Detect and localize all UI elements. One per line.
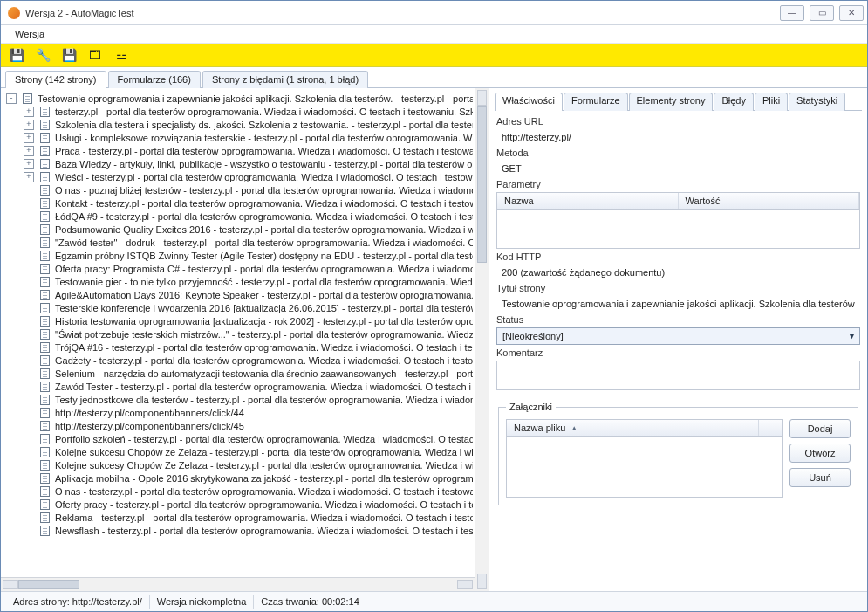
page-icon <box>38 264 51 274</box>
minimize-button[interactable]: — <box>780 5 804 21</box>
tree-row[interactable]: Oferta pracy: Programista C# - testerzy.… <box>6 262 473 275</box>
tree-row[interactable]: O nas - poznaj bliżej testerów - testerz… <box>6 183 473 196</box>
main-tab-strip: Strony (142 strony) Formularze (166) Str… <box>1 67 867 88</box>
tree-row[interactable]: Reklama - testerzy.pl - portal dla teste… <box>6 511 473 524</box>
tree-row[interactable]: +Praca - testerzy.pl - portal dla tester… <box>6 144 473 157</box>
tree-row[interactable]: Oferty pracy - testerzy.pl - portal dla … <box>6 498 473 511</box>
attachments-header-nazwa[interactable]: Nazwa pliku ▲ <box>507 420 759 436</box>
page-tree[interactable]: -Testowanie oprogramowania i zapewnianie… <box>1 88 475 577</box>
tree-row[interactable]: +Usługi - kompleksowe rozwiązania tester… <box>6 131 473 144</box>
expand-icon[interactable]: + <box>24 172 34 182</box>
tree-row[interactable]: -Testowanie oprogramowania i zapewnianie… <box>6 92 473 105</box>
page-icon <box>38 237 51 248</box>
tab-formularze[interactable]: Formularze (166) <box>108 71 201 88</box>
tree-row[interactable]: Aplikacja mobilna - Opole 2016 skrytykow… <box>6 471 473 485</box>
tree-row-label: O nas - testerzy.pl - portal dla testeró… <box>55 486 473 497</box>
tree-row[interactable]: Selenium - narzędzia do automatyzacji te… <box>6 367 473 380</box>
tree-row[interactable]: "Świat potrzebuje testerskich mistrzów..… <box>6 327 473 340</box>
tree-row[interactable]: Gadżety - testerzy.pl - portal dla teste… <box>6 354 473 367</box>
page-icon <box>38 382 51 392</box>
rtab-elementy[interactable]: Elementy strony <box>629 93 714 111</box>
tab-strony[interactable]: Strony (142 strony) <box>5 71 106 88</box>
tree-row[interactable]: "Zawód tester" - dodruk - testerzy.pl - … <box>6 236 473 249</box>
btn-dodaj[interactable]: Dodaj <box>789 419 851 438</box>
tree-row-label: Portfolio szkoleń - testerzy.pl - portal… <box>55 434 473 444</box>
tree-row-label: Podsumowanie Quality Excites 2016 - test… <box>55 224 473 235</box>
tree-row[interactable]: Testy jednostkowe dla testerów - testerz… <box>6 393 473 406</box>
komentarz-textarea[interactable] <box>496 361 860 390</box>
tree-row[interactable]: http://testerzy.pl/component/banners/cli… <box>6 406 473 419</box>
label-status: Status <box>496 314 860 325</box>
tree-row[interactable]: TrójQA #16 - testerzy.pl - portal dla te… <box>6 340 473 354</box>
page-icon <box>38 251 51 261</box>
tree-row[interactable]: ŁódQA #9 - testerzy.pl - portal dla test… <box>6 210 473 223</box>
collapse-icon[interactable]: - <box>6 93 17 104</box>
expand-icon[interactable]: + <box>24 133 34 143</box>
window-controls: — ▭ ✕ <box>780 5 864 21</box>
id-card-icon[interactable]: 🗔 <box>86 47 104 63</box>
tree-row[interactable]: Kontakt - testerzy.pl - portal dla teste… <box>6 196 473 210</box>
attachments-body[interactable] <box>506 437 783 498</box>
tree-row[interactable]: http://testerzy.pl/component/banners/cli… <box>6 419 473 432</box>
maximize-button[interactable]: ▭ <box>810 5 834 21</box>
vertical-scrollbar[interactable] <box>475 88 489 591</box>
rtab-formularze[interactable]: Formularze <box>564 93 628 111</box>
attachments-list: Nazwa pliku ▲ <box>506 419 783 498</box>
tree-row[interactable]: +Wieści - testerzy.pl - portal dla teste… <box>6 170 473 183</box>
tree-row[interactable]: +Baza Wiedzy - artykuły, linki, publikac… <box>6 157 473 170</box>
close-button[interactable]: ✕ <box>839 5 864 21</box>
label-adres-url: Adres URL <box>496 116 860 127</box>
tree-row[interactable]: Testowanie gier - to nie tylko przyjemno… <box>6 275 473 288</box>
tree-row[interactable]: +Szkolenia dla testera i specjalisty ds.… <box>6 118 473 131</box>
sitemap-icon[interactable]: ⚍ <box>113 47 130 63</box>
page-icon <box>38 277 51 287</box>
page-icon <box>38 460 51 471</box>
tree-row-label: Testowanie oprogramowania i zapewnianie … <box>38 93 473 104</box>
tree-row-label: Kontakt - testerzy.pl - portal dla teste… <box>55 198 473 209</box>
left-pane: -Testowanie oprogramowania i zapewnianie… <box>1 88 489 591</box>
tree-row[interactable]: Kolejne sukcesy Chopów Ze Zelaza - teste… <box>6 458 473 471</box>
tab-bledy[interactable]: Strony z błędami (1 strona, 1 błąd) <box>202 71 368 88</box>
tree-row-label: Testy jednostkowe dla testerów - testerz… <box>55 395 473 405</box>
expand-icon[interactable]: + <box>24 107 34 117</box>
app-icon <box>8 7 20 19</box>
rtab-statystyki[interactable]: Statystyki <box>789 93 845 111</box>
btn-usun[interactable]: Usuń <box>789 468 851 487</box>
tree-row[interactable]: Podsumowanie Quality Excites 2016 - test… <box>6 223 473 236</box>
horizontal-scrollbar[interactable] <box>1 577 475 591</box>
tree-row[interactable]: Kolejne sukcesu Chopów ze Zelaza - teste… <box>6 445 473 458</box>
label-komentarz: Komentarz <box>496 347 860 358</box>
btn-otworz[interactable]: Otwórz <box>789 444 851 463</box>
expand-icon[interactable]: + <box>24 146 34 156</box>
tree-row[interactable]: Zawód Tester - testerzy.pl - portal dla … <box>6 380 473 393</box>
wrench-icon[interactable]: 🔧 <box>34 47 51 63</box>
parametry-header-nazwa[interactable]: Nazwa <box>497 193 679 209</box>
save-icon-glyph: 💾 <box>10 49 24 61</box>
save-all-icon[interactable]: 💾 <box>60 47 78 63</box>
page-icon <box>38 368 51 379</box>
rtab-pliki[interactable]: Pliki <box>755 93 788 111</box>
save-icon[interactable]: 💾 <box>8 47 25 63</box>
page-icon <box>38 355 51 366</box>
tree-row[interactable]: Egzamin próbny ISTQB Zwinny Tester (Agil… <box>6 249 473 262</box>
statusbar: Adres strony: http://testerzy.pl/ Wersja… <box>1 592 867 611</box>
expand-icon[interactable]: + <box>24 159 34 169</box>
tree-row-label: Testerskie konferencje i wydarzenia 2016… <box>55 303 473 313</box>
tree-row[interactable]: O nas - testerzy.pl - portal dla testeró… <box>6 485 473 498</box>
tree-row[interactable]: +testerzy.pl - portal dla testerów oprog… <box>6 105 473 118</box>
tree-row[interactable]: Newsflash - testerzy.pl - portal dla tes… <box>6 524 473 537</box>
tree-row[interactable]: Testerskie konferencje i wydarzenia 2016… <box>6 301 473 314</box>
rtab-wlasciwosci[interactable]: Właściwości <box>495 93 563 111</box>
status-select[interactable]: [Nieokreślony] ▼ <box>496 327 860 345</box>
page-icon <box>38 512 51 523</box>
tree-row-label: Newsflash - testerzy.pl - portal dla tes… <box>55 526 473 536</box>
tree-row-label: Usługi - kompleksowe rozwiązania testers… <box>55 133 473 143</box>
rtab-bledy[interactable]: Błędy <box>714 93 754 111</box>
parametry-header-wartosc[interactable]: Wartość <box>679 193 860 209</box>
tree-row[interactable]: Historia testowania oprogramowania [aktu… <box>6 314 473 327</box>
page-icon <box>38 211 51 222</box>
tree-row[interactable]: Portfolio szkoleń - testerzy.pl - portal… <box>6 432 473 445</box>
expand-icon[interactable]: + <box>24 120 34 130</box>
tree-row[interactable]: Agile&Automation Days 2016: Keynote Spea… <box>6 288 473 301</box>
menu-wersja[interactable]: Wersja <box>10 27 50 41</box>
